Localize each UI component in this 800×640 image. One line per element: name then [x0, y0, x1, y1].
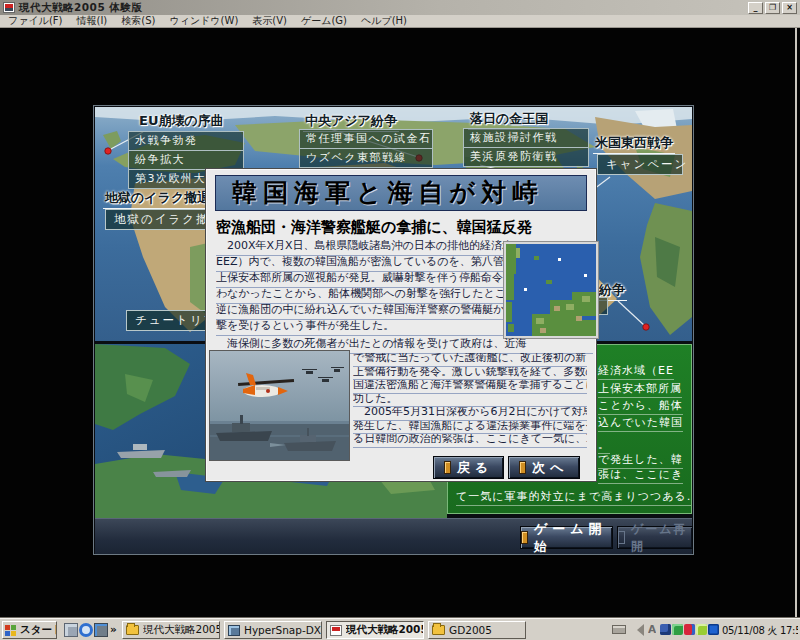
panel-text-fragment: 張は、ここにき — [598, 469, 683, 484]
menu-view[interactable]: 表示(V) — [252, 14, 287, 28]
window-title: 現代大戦略2005 体験版 — [19, 1, 142, 15]
scenario-list-kim: 核施設掃討作戦 美浜原発防衛戦 — [463, 128, 589, 167]
printer-icon[interactable] — [612, 625, 626, 634]
dialog-next-button[interactable]: 次へ — [508, 456, 580, 479]
text-line: 200X年X月X日、島根県隠岐諸島沖の日本の排他的経済水域（ — [216, 240, 510, 256]
task-label: HyperSnap-DX Pro — [244, 624, 321, 636]
text-line: 2005年5月31日深夜から6月2日にかけて対馬沖で — [353, 407, 587, 421]
text-line: 功した。 — [353, 394, 587, 408]
task-label: 現代大戦略2005 体... — [346, 623, 423, 637]
menu-info[interactable]: 情報(I) — [77, 14, 108, 28]
text-line: 上警備行動を発令。激しい銃撃戦を経て、多数の韓 — [353, 367, 587, 381]
volume-icon[interactable] — [631, 624, 644, 636]
task-button-hypersnap[interactable]: HyperSnap-DX Pro — [224, 621, 322, 639]
dialog-back-button[interactable]: 戻る — [433, 456, 504, 479]
dialog-paragraph-column: で警戒に当たっていた護衛艦に、改正後初の新・海 上警備行動を発令。激しい銃撃戦を… — [353, 353, 587, 448]
text-line: 国違法密漁船と海洋警察警備艇を拿捕することに成 — [353, 380, 587, 394]
text-line: 発生した、韓国漁船による違法操業事件に端を発す — [353, 421, 587, 435]
dialog-paragraph-1: 200X年X月X日、島根県隠岐諸島沖の日本の排他的経済水域（ EEZ）内で、複数… — [216, 240, 510, 336]
dialog-title-banner: 韓国海軍と海自が対峙 — [215, 175, 587, 211]
menu-help[interactable]: ヘルプ(H) — [361, 14, 407, 28]
tray-app-icon-1[interactable] — [660, 624, 671, 635]
quicklaunch-internet-icon[interactable] — [79, 623, 93, 637]
text-line: 逆に漁船団の中に紛れ込んでいた韓国海洋警察の警備艇から銃 — [216, 304, 510, 320]
close-icon[interactable]: × — [782, 2, 797, 14]
task-button-game-active[interactable]: 現代大戦略2005 体... — [326, 621, 424, 639]
game-resume-label: ゲーム再開 — [631, 521, 692, 555]
folder-icon — [126, 625, 139, 635]
scenario-heading-eu: EU崩壊の序曲 — [137, 112, 226, 132]
game-icon — [330, 625, 342, 636]
task-label: 現代大戦略2005体験版 — [143, 623, 219, 637]
tray-app-icon-3[interactable] — [684, 624, 695, 635]
button-accent-icon — [444, 461, 451, 474]
panel-text-fragment: 込んでいた韓国 — [598, 417, 683, 432]
minimize-icon[interactable]: _ — [748, 2, 763, 14]
dialog-subtitle: 密漁船団・海洋警察艦艇の拿捕に、韓国猛反発 — [216, 218, 593, 236]
next-label: 次へ — [532, 459, 568, 477]
scenario-list-central-asia: 常任理事国への試金石 ウズベク東部戦線 — [299, 129, 433, 168]
menu-game[interactable]: ゲーム(G) — [301, 14, 347, 28]
game-start-button[interactable]: ゲーム開始 — [520, 526, 613, 549]
game-resume-button[interactable]: ゲーム再開 — [617, 526, 693, 549]
panel-text-fragment: 上保安本部所属 — [598, 383, 682, 398]
button-accent-icon — [519, 461, 526, 474]
scenario-heading-usa: 米国東西戦争 — [593, 134, 675, 154]
scenario-item[interactable]: 美浜原発防衛戦 — [464, 147, 588, 166]
start-button[interactable]: スタート — [2, 621, 57, 639]
panel-text-bottom-line: て一気に軍事的対立にまで高まりつつある… — [456, 491, 692, 506]
window-titlebar: 現代大戦略2005 体験版 _ ❐ × — [0, 0, 800, 15]
panel-text-fragment: ことから、船体 — [598, 400, 683, 415]
scenario-heading-kim: 落日の金王国 — [468, 110, 550, 130]
scenario-item[interactable]: ウズベク東部戦線 — [300, 148, 432, 167]
tray-app-icon-4[interactable] — [696, 624, 707, 635]
menu-window[interactable]: ウィンドウ(W) — [169, 14, 238, 28]
tray-media-play-icon[interactable] — [708, 624, 719, 635]
task-button-folder-gd2005[interactable]: GD2005 — [428, 621, 526, 639]
quicklaunch-desktop-icon[interactable] — [94, 623, 108, 637]
quicklaunch-media-icon[interactable] — [64, 623, 78, 637]
start-label: スタート — [20, 623, 56, 637]
tray-app-icon-2[interactable] — [672, 624, 683, 635]
panel-text-fragment: で発生した、韓 — [598, 454, 683, 469]
scenario-item[interactable]: 核施設掃討作戦 — [464, 129, 588, 147]
windows-logo-icon — [5, 625, 16, 636]
taskbar-clock: 05/11/08 火 17:50:37 — [722, 624, 798, 638]
button-accent-icon — [521, 531, 528, 544]
text-line: わなかったことから、船体機関部への射撃を強行したところ、 — [216, 288, 510, 304]
menubar: ファイル(F) 情報(I) 検索(S) ウィンドウ(W) 表示(V) ゲーム(G… — [0, 15, 800, 28]
back-label: 戻る — [457, 459, 493, 477]
scenario-heading-iraq: 地獄のイラク撤退 — [103, 189, 212, 209]
scenario-item[interactable]: 紛争拡大 — [129, 150, 243, 169]
event-dialog: 韓国海軍と海自が対峙 密漁船団・海洋警察艦艇の拿捕に、韓国猛反発 200X年X月… — [205, 168, 597, 482]
maximize-icon[interactable]: ❐ — [765, 2, 780, 14]
text-line: EEZ）内で、複数の韓国漁船が密漁しているのを、第八管区海 — [216, 256, 510, 272]
text-line: る日韓間の政治的緊張は、ここにきて一気に、軍事 — [353, 434, 587, 448]
window-right-border — [795, 28, 797, 618]
ime-indicator[interactable]: A — [648, 623, 656, 635]
screen: 現代大戦略2005 体験版 _ ❐ × ファイル(F) 情報(I) 検索(S) … — [0, 0, 800, 640]
inset-map-image — [503, 241, 599, 339]
event-photo-seaplane-fleet — [209, 350, 350, 461]
button-accent-icon — [618, 531, 625, 544]
campaign-button[interactable]: キャンペーン — [597, 154, 683, 175]
game-start-label: ゲーム開始 — [534, 520, 612, 556]
menu-file[interactable]: ファイル(F) — [8, 14, 63, 28]
scenario-item[interactable]: 水戦争勃発 — [129, 132, 243, 150]
task-label: GD2005 — [449, 624, 492, 636]
task-button-folder-demo[interactable]: 現代大戦略2005体験版 — [122, 621, 220, 639]
menu-search[interactable]: 検索(S) — [121, 14, 155, 28]
panel-text-fragment: 経済水域（EE — [598, 365, 674, 380]
quicklaunch-overflow-chevron[interactable]: » — [110, 623, 117, 635]
folder-icon — [432, 625, 445, 635]
text-line: 撃を受けるという事件が発生した。 — [216, 320, 510, 336]
text-line: で警戒に当たっていた護衛艦に、改正後初の新・海 — [353, 353, 587, 367]
text-line: 上保安本部所属の巡視船が発見。威嚇射撃を伴う停船命令に従 — [216, 272, 510, 288]
hypersnap-icon — [228, 625, 240, 636]
app-icon — [3, 2, 15, 13]
taskbar: スタート » 現代大戦略2005体験版 HyperSnap-DX Pro 現代大… — [0, 618, 800, 640]
panel-text-fragment: 。 — [598, 439, 610, 454]
scenario-item[interactable]: 常任理事国への試金石 — [300, 130, 432, 148]
